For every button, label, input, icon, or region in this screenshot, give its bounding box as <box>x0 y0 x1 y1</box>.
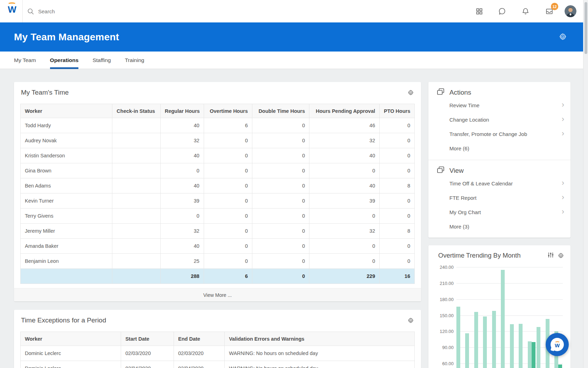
worker-cell[interactable]: Kevin Turner <box>21 193 112 209</box>
cell <box>112 239 160 254</box>
workday-logo[interactable]: W <box>5 2 19 20</box>
action-more-link[interactable]: More (6) <box>428 141 570 156</box>
card-gear-icon[interactable] <box>407 89 414 96</box>
chart-bar <box>528 341 532 368</box>
cell: 0 <box>252 193 309 209</box>
time-exceptions-header: Time Exceptions for a Period <box>14 310 421 331</box>
team-time-table: WorkerCheck-in StatusRegular HoursOverti… <box>20 104 415 284</box>
cell: 0 <box>252 148 309 163</box>
cell: 39 <box>160 193 204 209</box>
cell: 0 <box>379 148 414 163</box>
item-label: My Org Chart <box>449 209 481 215</box>
cell: 8 <box>379 178 414 193</box>
worker-cell[interactable]: Benjamin Leon <box>21 254 112 269</box>
view-section: View Time Off & Leave Calendar›FTE Repor… <box>428 160 570 238</box>
y-axis-tick-label: 240.00 <box>428 265 454 270</box>
cell: 0 <box>379 163 414 178</box>
cell <box>112 118 160 133</box>
page-scrollbar-track <box>583 0 588 368</box>
totals-cell <box>21 269 112 284</box>
inbox-icon[interactable]: 12 <box>543 5 555 18</box>
tab-operations[interactable]: Operations <box>50 52 79 69</box>
worker-cell[interactable]: Amanda Baker <box>21 239 112 254</box>
cell: 40 <box>160 178 204 193</box>
view-item-time-off-leave-calendar[interactable]: Time Off & Leave Calendar› <box>428 176 570 191</box>
view-item-fte-report[interactable]: FTE Report› <box>428 191 570 205</box>
totals-cell: 16 <box>379 269 414 284</box>
cell: WARNING: No hours on scheduled day <box>225 346 415 361</box>
chart-gridline <box>456 299 563 300</box>
view-more-link[interactable]: More (3) <box>428 219 570 234</box>
table-row: Dominic Leclerc02/04/202002/04/2020WARNI… <box>21 361 415 368</box>
worker-cell[interactable]: Jeremy Miller <box>21 224 112 239</box>
worker-cell[interactable]: Dominic Leclerc <box>21 346 121 361</box>
actions-view-card: Actions Review Time›Change Location›Tran… <box>428 82 570 238</box>
filter-sliders-icon[interactable] <box>547 252 554 260</box>
apps-grid-icon[interactable] <box>473 5 485 18</box>
worker-cell[interactable]: Todd Hardy <box>21 118 112 133</box>
layered-windows-icon <box>437 88 444 97</box>
cell: 0 <box>379 193 414 209</box>
cell: 0 <box>204 254 252 269</box>
cell: 0 <box>252 239 309 254</box>
actions-section: Actions Review Time›Change Location›Tran… <box>428 82 570 160</box>
search-icon <box>27 8 34 15</box>
worker-cell[interactable]: Kristin Sanderson <box>21 148 112 163</box>
chevron-right-icon: › <box>562 100 564 109</box>
table-row: Todd Hardy4060460 <box>21 118 415 133</box>
chart-gear-icon[interactable] <box>558 252 564 259</box>
chat-icon[interactable] <box>496 5 508 18</box>
cell: 40 <box>160 118 204 133</box>
avatar[interactable] <box>565 5 576 17</box>
bell-icon[interactable] <box>519 5 532 18</box>
chart-bar <box>510 324 514 368</box>
view-more-link[interactable]: View More ... <box>203 292 232 298</box>
search-input[interactable] <box>38 8 129 14</box>
action-item-change-location[interactable]: Change Location› <box>428 113 570 127</box>
tab-my-team[interactable]: My Team <box>14 52 36 69</box>
chart-header: Overtime Trending By Month <box>428 245 570 266</box>
worker-cell[interactable]: Dominic Leclerc <box>21 361 121 368</box>
actions-list: Review Time›Change Location›Transfer, Pr… <box>428 98 570 156</box>
topbar-divider <box>22 0 23 22</box>
my-teams-time-card: My Team's Time WorkerCheck-in StatusRegu… <box>14 82 421 301</box>
chart-bar <box>537 327 540 368</box>
table-row: Ben Adams4000408 <box>21 178 415 193</box>
y-axis-tick-label: 180.00 <box>428 297 454 302</box>
cell: 6 <box>204 118 252 133</box>
action-item-review-time[interactable]: Review Time› <box>428 98 570 113</box>
layered-windows-icon <box>437 166 444 175</box>
action-item-transfer-promote-or-change-job[interactable]: Transfer, Promote or Change Job› <box>428 127 570 141</box>
tab-training[interactable]: Training <box>125 52 144 69</box>
cell: 0 <box>204 163 252 178</box>
y-axis-tick-label: 150.00 <box>428 313 454 318</box>
cell: 40 <box>160 148 204 163</box>
view-item-my-org-chart[interactable]: My Org Chart› <box>428 205 570 219</box>
cell <box>112 193 160 209</box>
worker-cell[interactable]: Gina Brown <box>21 163 112 178</box>
cell <box>112 209 160 224</box>
chart-bar-highlight <box>558 364 562 368</box>
worker-cell[interactable]: Ben Adams <box>21 178 112 193</box>
cell: 0 <box>204 148 252 163</box>
view-list: Time Off & Leave Calendar›FTE Report›My … <box>428 176 570 234</box>
tab-staffing[interactable]: Staffing <box>92 52 111 69</box>
cell: WARNING: No hours on scheduled day <box>225 361 415 368</box>
page-scrollbar-thumb[interactable] <box>584 2 587 54</box>
table-row: Gina Brown00000 <box>21 163 415 178</box>
banner-gear-icon[interactable] <box>559 33 567 42</box>
workday-assistant-button[interactable]: W <box>546 333 569 356</box>
cell: 46 <box>309 118 379 133</box>
card-title: Time Exceptions for a Period <box>21 316 106 324</box>
worker-cell[interactable]: Terry Givens <box>21 209 112 224</box>
column-header: Start Date <box>121 332 174 346</box>
cell: 32 <box>309 224 379 239</box>
card-gear-icon[interactable] <box>407 317 414 324</box>
column-header: Validation Errors and Warnings <box>225 332 415 346</box>
table-header-row: WorkerCheck-in StatusRegular HoursOverti… <box>21 104 415 118</box>
table-row: Audrey Novak3200320 <box>21 133 415 148</box>
cell: 32 <box>309 133 379 148</box>
column-header: PTO Hours <box>379 104 414 118</box>
worker-cell[interactable]: Audrey Novak <box>21 133 112 148</box>
inbox-badge: 12 <box>551 3 558 10</box>
